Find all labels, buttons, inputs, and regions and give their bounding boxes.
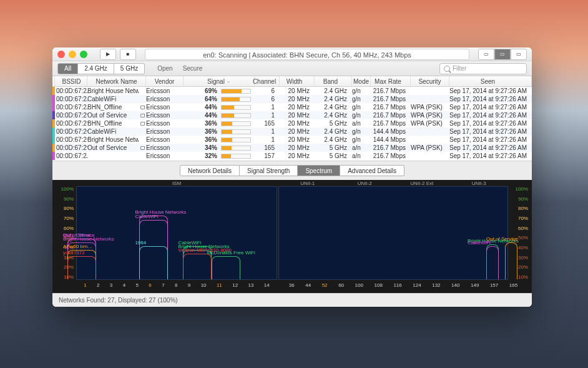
- cell-signal-bar: [221, 113, 255, 118]
- cell-mode: g/n: [352, 87, 371, 94]
- table-row[interactable]: 00:0D:67:2A…Ericsson32%15720 MHz5 GHza/n…: [52, 152, 532, 160]
- cell-rate: 144.4 Mbps: [371, 128, 411, 135]
- filter-toolbar: All 2.4 GHz 5 GHz Open Secure Filter: [52, 61, 532, 76]
- cell-band: 5 GHz: [315, 120, 352, 127]
- cell-bssid: 00:0D:67:29…: [55, 144, 87, 151]
- view-mode-3[interactable]: ▭: [511, 49, 527, 60]
- cell-vendor: Ericsson: [146, 96, 184, 102]
- spectrum-network-shape: [505, 242, 517, 279]
- cell-seen: Sep 17, 2014 at 9:27:26 AM: [449, 112, 532, 119]
- cell-security: WPA (PSK): [411, 120, 449, 127]
- cell-vendor: Ericsson: [146, 87, 184, 94]
- cell-name: Out of Service: [87, 112, 139, 119]
- stop-button[interactable]: ■: [120, 49, 136, 60]
- cell-seen: Sep 17, 2014 at 9:27:26 AM: [449, 144, 532, 151]
- table-body[interactable]: 00:0D:67:2A…Bright House NetworksEricsso…: [52, 87, 532, 161]
- cell-lock: [139, 122, 146, 126]
- cell-security: WPA (PSK): [411, 144, 449, 151]
- tab-network-details[interactable]: Network Details: [180, 165, 240, 176]
- spectrum-network-shape: [67, 256, 96, 279]
- cell-channel: 1: [255, 112, 280, 119]
- tab-advanced-details[interactable]: Advanced Details: [340, 165, 404, 176]
- plot-titles-5: UNII-1UNII-2UNII-2 ExtUNII-3: [279, 181, 507, 186]
- table-row[interactable]: 00:0D:67:2A…Bright House NetworksEricsso…: [52, 87, 532, 95]
- filter-secure[interactable]: Secure: [178, 65, 208, 72]
- cell-channel: 165: [255, 144, 280, 151]
- cell-band: 2.4 GHz: [315, 96, 352, 102]
- filter-24ghz[interactable]: 2.4 GHz: [78, 63, 114, 74]
- col-channel[interactable]: Channel: [255, 76, 280, 86]
- cell-vendor: Ericsson: [146, 128, 184, 135]
- cell-seen: Sep 17, 2014 at 9:27:26 AM: [449, 136, 532, 143]
- spectrum-network-label: McDonalds Free WiFi: [207, 250, 255, 256]
- search-input[interactable]: Filter: [439, 63, 527, 74]
- col-bssid[interactable]: BSSID: [55, 76, 87, 86]
- cell-signal: 36%: [184, 136, 221, 143]
- col-width[interactable]: Width: [280, 76, 315, 86]
- cell-signal-bar: [221, 137, 255, 142]
- status-bar: Networks Found: 27, Displayed: 27 (100%): [52, 293, 532, 307]
- spectrum-network-label: Bright House Networks: [63, 236, 114, 242]
- cell-rate: 216.7 Mbps: [371, 144, 411, 151]
- cell-band: 5 GHz: [315, 144, 352, 151]
- maximize-button[interactable]: [80, 51, 87, 58]
- cell-band: 2.4 GHz: [315, 136, 352, 143]
- table-row[interactable]: 00:0D:67:2C…CableWiFiEricsson36%120 MHz2…: [52, 127, 532, 136]
- cell-security: WPA (PSK): [411, 112, 449, 119]
- filter-5ghz[interactable]: 5 GHz: [114, 63, 145, 74]
- col-vendor[interactable]: Vendor: [146, 76, 184, 86]
- cell-seen: Sep 17, 2014 at 9:27:26 AM: [449, 104, 532, 111]
- tab-spectrum[interactable]: Spectrum: [298, 165, 340, 176]
- spectrum-network-shape: [212, 256, 240, 279]
- cell-width: 20 MHz: [280, 144, 315, 151]
- spectrum-network-label: 1984: [135, 240, 146, 246]
- table-row[interactable]: 00:0D:67:29…Out of ServiceEricsson44%120…: [52, 111, 532, 119]
- play-button[interactable]: ▶: [100, 49, 116, 60]
- table-row[interactable]: 00:0D:67:2C…Bright House NetworksEricsso…: [52, 136, 532, 144]
- cell-bssid: 00:0D:67:29…: [55, 120, 87, 127]
- cell-seen: Sep 17, 2014 at 9:27:26 AM: [449, 87, 532, 94]
- filter-all[interactable]: All: [57, 63, 78, 74]
- spectrum-network-shape: [139, 246, 168, 279]
- networks-table: BSSID Network Name Vendor Signal⌄ Channe…: [52, 76, 532, 161]
- col-seen[interactable]: Seen: [449, 76, 532, 86]
- cell-signal-bar: [221, 105, 255, 110]
- xaxis-24: 1234567891011121314: [76, 282, 277, 288]
- col-band[interactable]: Band: [315, 76, 352, 86]
- cell-channel: 6: [255, 96, 280, 102]
- xaxis-5: 36445260100108116124132140149157165: [278, 282, 528, 288]
- table-row[interactable]: 00:0D:67:29…Out of ServiceEricsson34%165…: [52, 144, 532, 152]
- col-signal[interactable]: Signal⌄: [184, 76, 255, 86]
- tab-signal-strength[interactable]: Signal Strength: [240, 165, 298, 176]
- cell-lock: [139, 146, 146, 150]
- spectrum-view: 100%90%80%70%60%50%40%30%20%10% ISM Brig…: [52, 180, 532, 293]
- cell-width: 20 MHz: [280, 152, 315, 159]
- table-row[interactable]: 00:0D:67:29…BHN_OfflineEricsson36%16520 …: [52, 119, 532, 127]
- cell-rate: 216.7 Mbps: [371, 120, 411, 127]
- plot-24ghz: ISM Bright House NetworksCableWiFiBHN_Of…: [76, 186, 277, 280]
- close-button[interactable]: [57, 51, 65, 58]
- filter-open[interactable]: Open: [152, 65, 177, 72]
- cell-width: 20 MHz: [280, 87, 315, 94]
- cell-seen: Sep 17, 2014 at 9:27:26 AM: [449, 152, 532, 159]
- cell-width: 20 MHz: [280, 112, 315, 119]
- col-rate[interactable]: Max Rate: [371, 76, 411, 86]
- col-name[interactable]: Network Name: [87, 76, 146, 86]
- search-icon: [444, 66, 450, 72]
- table-header: BSSID Network Name Vendor Signal⌄ Channe…: [52, 76, 532, 87]
- cell-vendor: Ericsson: [146, 112, 184, 119]
- lock-icon: [140, 122, 145, 126]
- minimize-button[interactable]: [69, 51, 76, 58]
- cell-seen: Sep 17, 2014 at 9:27:26 AM: [449, 120, 532, 127]
- table-row[interactable]: 00:0D:67:2A…CableWiFiEricsson64%620 MHz2…: [52, 95, 532, 103]
- cell-bssid: 00:0D:67:2C…: [55, 136, 87, 143]
- view-mode-1[interactable]: ▭: [478, 49, 494, 60]
- cell-band: 2.4 GHz: [315, 112, 352, 119]
- cell-signal: 36%: [184, 120, 221, 127]
- table-row[interactable]: 00:0D:67:2A…BHN_OfflineEricsson44%120 MH…: [52, 103, 532, 111]
- col-mode[interactable]: Mode: [352, 76, 371, 86]
- cell-signal: 64%: [184, 96, 221, 102]
- col-security[interactable]: Security: [411, 76, 449, 86]
- cell-width: 20 MHz: [280, 104, 315, 111]
- view-mode-2[interactable]: ▭: [494, 49, 511, 60]
